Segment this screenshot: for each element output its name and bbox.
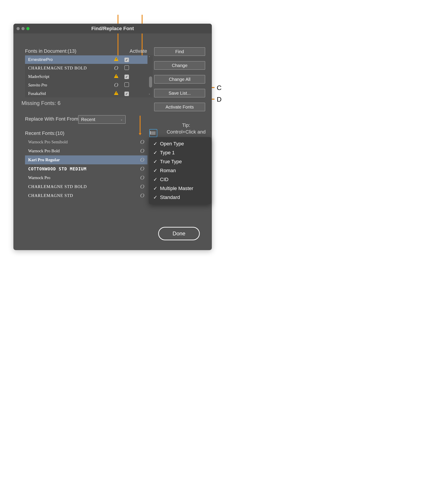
callout-label-d: D xyxy=(217,96,222,103)
recent-font-row[interactable]: Warnock Pro BoldO xyxy=(25,147,147,156)
recent-font-row[interactable]: Warnock Pro SemiboldO xyxy=(25,138,147,147)
font-row[interactable]: FusakaStd xyxy=(25,89,153,97)
title-bar: Find/Replace Font xyxy=(13,24,212,34)
font-name: Sanvito Pro xyxy=(28,83,111,87)
scrollbar[interactable]: ˄˅ xyxy=(147,55,153,97)
warning-icon xyxy=(114,91,118,95)
font-name: CHARLEMAGNE STD BOLD xyxy=(28,184,140,189)
font-type-icon: O xyxy=(140,139,144,145)
filter-menu-item[interactable]: ✓Roman xyxy=(149,166,211,175)
recent-font-row[interactable]: Warnock ProO xyxy=(25,173,147,182)
filter-menu-item[interactable]: ✓Open Type xyxy=(149,139,211,148)
callout-line-a xyxy=(117,15,118,59)
font-type-icon: O xyxy=(140,183,144,190)
font-type-icon: O xyxy=(140,174,144,181)
font-type-icon: O xyxy=(111,82,121,88)
filter-menu-item[interactable]: ✓CID xyxy=(149,175,211,184)
font-type-icon: O xyxy=(140,148,144,154)
check-icon: ✓ xyxy=(153,168,157,174)
check-icon: ✓ xyxy=(153,194,157,200)
missing-fonts-label: Missing Fonts: 6 xyxy=(21,100,61,106)
activate-checkbox[interactable] xyxy=(125,75,129,79)
save-list-button[interactable]: Save List... xyxy=(154,89,205,97)
replace-with-label: Replace With Font From: xyxy=(25,116,80,122)
font-type-icon xyxy=(111,73,121,80)
recent-font-row[interactable]: COTTONWOOD STD MEDIUMO xyxy=(25,164,147,173)
filter-menu-label: Type 1 xyxy=(160,150,175,156)
filter-menu-item[interactable]: ✓Type 1 xyxy=(149,148,211,157)
filter-menu-item[interactable]: ✓Standard xyxy=(149,193,211,202)
font-name: Warnock Pro Bold xyxy=(28,148,140,153)
recent-font-row[interactable]: Kari Pro RegularO xyxy=(25,156,147,164)
warning-icon xyxy=(114,57,118,61)
filter-menu-label: Multiple Master xyxy=(160,186,193,191)
recent-font-row[interactable]: CHARLEMAGNE STD BOLDO xyxy=(25,182,147,191)
filter-menu-item[interactable]: ✓Multiple Master xyxy=(149,184,211,193)
activate-checkbox[interactable] xyxy=(125,82,129,87)
font-row[interactable]: MadreScript xyxy=(25,72,153,81)
recent-fonts-list[interactable]: Warnock Pro SemiboldOWarnock Pro BoldOKa… xyxy=(25,138,147,200)
font-type-icon: O xyxy=(140,156,144,163)
scroll-down-icon[interactable]: ˅ xyxy=(149,93,150,97)
font-row[interactable]: ErnestinePro xyxy=(25,55,153,64)
find-button[interactable]: Find xyxy=(154,47,205,56)
activate-column-label: Activate xyxy=(130,48,147,54)
filter-menu-label: Roman xyxy=(160,168,176,174)
font-name: COTTONWOOD STD MEDIUM xyxy=(28,166,140,171)
filter-menu-label: Open Type xyxy=(160,141,184,147)
font-type-icon xyxy=(111,56,121,63)
window-controls xyxy=(17,27,29,30)
check-icon: ✓ xyxy=(153,159,157,165)
font-name: MadreScript xyxy=(28,74,111,79)
activate-fonts-button[interactable]: Activate Fonts xyxy=(154,103,205,111)
check-icon: ✓ xyxy=(153,150,157,156)
font-name: Warnock Pro Semibold xyxy=(28,139,140,145)
font-row[interactable]: Sanvito ProO xyxy=(25,81,153,89)
font-name: Kari Pro Regular xyxy=(28,157,140,162)
tip-text: Tip: Control+Click and xyxy=(160,122,212,135)
callout-line-d-v xyxy=(140,116,141,134)
warning-icon xyxy=(114,74,118,78)
font-name: FusakaStd xyxy=(28,91,111,96)
filter-menu-label: CID xyxy=(160,177,169,182)
find-replace-font-dialog: Find/Replace Font Fonts in Document:(13)… xyxy=(13,24,212,250)
replace-source-select[interactable]: Recent ⌄ xyxy=(78,115,125,124)
document-fonts-list[interactable]: ErnestineProCHARLEMAGNE STD BOLDOMadreSc… xyxy=(25,55,153,97)
chevron-down-icon: ⌄ xyxy=(120,118,123,121)
filter-menu-label: Standard xyxy=(160,194,180,200)
callout-label-c: C xyxy=(217,84,222,92)
activate-checkbox[interactable] xyxy=(125,58,129,62)
font-name: Warnock Pro xyxy=(28,175,140,180)
select-value: Recent xyxy=(81,117,95,122)
filter-menu-item[interactable]: ✓True Type xyxy=(149,157,211,166)
font-type-icon xyxy=(111,90,121,97)
recent-font-row[interactable]: CHARLEMAGNE STDO xyxy=(25,191,147,200)
scroll-thumb[interactable] xyxy=(149,76,152,87)
font-name: CHARLEMAGNE STD xyxy=(28,193,140,198)
font-row[interactable]: CHARLEMAGNE STD BOLDO xyxy=(25,64,153,72)
change-button[interactable]: Change xyxy=(154,61,205,70)
font-type-icon: O xyxy=(140,165,144,172)
filter-menu-label: True Type xyxy=(160,159,182,165)
fonts-in-document-label: Fonts in Document:(13) xyxy=(25,48,76,54)
scroll-up-icon[interactable]: ˄ xyxy=(149,56,150,59)
minimize-window-icon[interactable] xyxy=(21,27,25,30)
font-type-icon: O xyxy=(111,65,121,71)
window-title: Find/Replace Font xyxy=(13,26,212,32)
close-window-icon[interactable] xyxy=(17,27,20,30)
recent-fonts-label: Recent Fonts:(10) xyxy=(25,130,64,136)
activate-checkbox[interactable] xyxy=(125,65,129,70)
font-type-filter-menu[interactable]: ✓Open Type✓Type 1✓True Type✓Roman✓CID✓Mu… xyxy=(149,137,211,204)
check-icon: ✓ xyxy=(153,177,157,182)
check-icon: ✓ xyxy=(153,141,157,147)
change-all-button[interactable]: Change All xyxy=(154,75,205,84)
done-button[interactable]: Done xyxy=(158,227,200,240)
activate-checkbox[interactable] xyxy=(125,92,129,96)
font-name: CHARLEMAGNE STD BOLD xyxy=(28,66,111,70)
check-icon: ✓ xyxy=(153,186,157,191)
maximize-window-icon[interactable] xyxy=(26,27,29,30)
font-type-icon: O xyxy=(140,192,144,199)
font-name: ErnestinePro xyxy=(28,57,111,62)
filter-list-icon[interactable] xyxy=(149,129,157,137)
